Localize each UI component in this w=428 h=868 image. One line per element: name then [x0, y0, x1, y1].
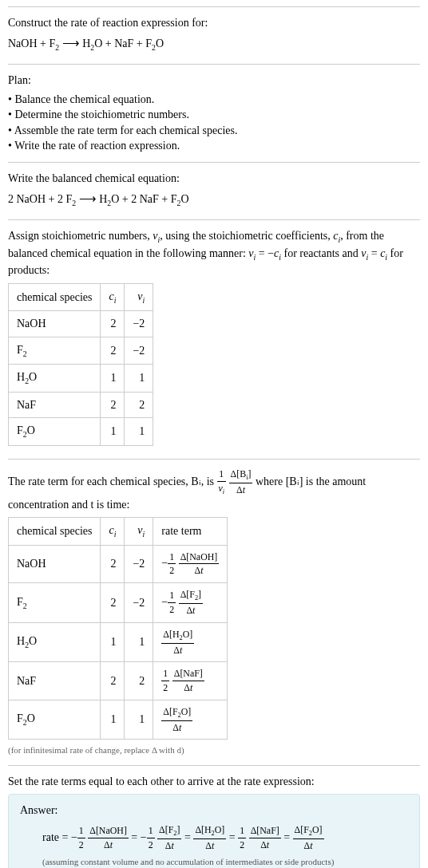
intro-section: Construct the rate of reaction expressio… — [8, 6, 420, 64]
balanced-heading: Write the balanced chemical equation: — [8, 171, 420, 187]
plan-list: Balance the chemical equation. Determine… — [8, 92, 420, 154]
table-row: F2O 1 1 Δ[F2O]Δt — [9, 700, 228, 740]
stoich-heading: Assign stoichiometric numbers, νi, using… — [8, 228, 420, 278]
table-row: NaOH 2 −2 — [9, 311, 153, 337]
cell-c: 1 — [101, 700, 125, 740]
table-row: H2O 1 1 — [9, 365, 153, 393]
cell-species: NaF — [9, 392, 101, 418]
cell-c: 1 — [101, 622, 125, 662]
cell-v: 1 — [125, 418, 153, 446]
plan-item: Determine the stoichiometric numbers. — [8, 107, 420, 123]
cell-c: 2 — [101, 392, 125, 418]
table-row: NaF 2 2 — [9, 392, 153, 418]
cell-v: 1 — [125, 700, 153, 740]
cell-species: H2O — [9, 622, 101, 662]
answer-label: Answer: — [20, 803, 408, 819]
cell-rate-term: Δ[F2O]Δt — [153, 700, 228, 740]
table-row: NaOH 2 −2 −12 Δ[NaOH]Δt — [9, 545, 228, 582]
table-row: F2O 1 1 — [9, 418, 153, 446]
table-header-row: chemical species ci νi — [9, 283, 153, 311]
assumption-note: (assuming constant volume and no accumul… — [42, 856, 408, 868]
col-species: chemical species — [9, 283, 101, 311]
cell-species: F2O — [9, 700, 101, 740]
table-row: H2O 1 1 Δ[H2O]Δt — [9, 622, 228, 662]
cell-c: 2 — [101, 311, 125, 337]
col-vi: νi — [125, 283, 153, 311]
cell-c: 2 — [101, 337, 125, 365]
cell-rate-term: Δ[H2O]Δt — [153, 622, 228, 662]
table-row: F2 2 −2 — [9, 337, 153, 365]
final-section: Set the rate terms equal to each other t… — [8, 765, 420, 868]
cell-c: 2 — [101, 662, 125, 700]
cell-v: 1 — [125, 365, 153, 393]
plan-item: Balance the chemical equation. — [8, 92, 420, 108]
cell-c: 2 — [101, 583, 125, 623]
cell-v: 1 — [125, 622, 153, 662]
table-row: F2 2 −2 −12 Δ[F2]Δt — [9, 583, 228, 623]
table-row: NaF 2 2 12 Δ[NaF]Δt — [9, 662, 228, 700]
col-rate-term: rate term — [153, 518, 228, 546]
col-species: chemical species — [9, 518, 101, 546]
cell-species: F2 — [9, 337, 101, 365]
cell-rate-term: −12 Δ[NaOH]Δt — [153, 545, 228, 582]
unbalanced-equation: NaOH + F2 ⟶ H2O + NaF + F2O — [8, 34, 420, 53]
cell-species: NaOH — [9, 311, 101, 337]
col-ci: ci — [101, 283, 125, 311]
cell-v: −2 — [125, 311, 153, 337]
cell-v: 2 — [125, 662, 153, 700]
frac-dBi-dt: Δ[Bi]Δt — [229, 468, 253, 497]
answer-box: Answer: rate = −12 Δ[NaOH]Δt = −12 Δ[F2]… — [8, 794, 420, 868]
plan-item: Assemble the rate term for each chemical… — [8, 123, 420, 139]
cell-v: 2 — [125, 392, 153, 418]
plan-heading: Plan: — [8, 73, 420, 89]
cell-species: F2 — [9, 583, 101, 623]
balanced-equation: 2 NaOH + 2 F2 ⟶ H2O + 2 NaF + F2O — [8, 190, 420, 209]
cell-c: 1 — [101, 418, 125, 446]
cell-v: −2 — [125, 583, 153, 623]
balanced-section: Write the balanced chemical equation: 2 … — [8, 162, 420, 219]
cell-species: NaF — [9, 662, 101, 700]
cell-species: H2O — [9, 365, 101, 393]
rateterm-note: (for infinitesimal rate of change, repla… — [8, 744, 420, 756]
rateterm-section: The rate term for each chemical species,… — [8, 459, 420, 765]
rateterm-heading: The rate term for each chemical species,… — [8, 468, 420, 512]
cell-species: F2O — [9, 418, 101, 446]
cell-v: −2 — [125, 545, 153, 582]
col-ci: ci — [101, 518, 125, 546]
stoich-section: Assign stoichiometric numbers, νi, using… — [8, 219, 420, 459]
cell-species: NaOH — [9, 545, 101, 582]
cell-rate-term: 12 Δ[NaF]Δt — [153, 662, 228, 700]
stoich-table: chemical species ci νi NaOH 2 −2 F2 2 −2… — [8, 283, 153, 446]
cell-c: 2 — [101, 545, 125, 582]
rate-expression: rate = −12 Δ[NaOH]Δt = −12 Δ[F2]Δt = Δ[H… — [42, 823, 408, 853]
plan-item: Write the rate of reaction expression. — [8, 138, 420, 154]
cell-rate-term: −12 Δ[F2]Δt — [153, 583, 228, 623]
cell-v: −2 — [125, 337, 153, 365]
col-vi: νi — [125, 518, 153, 546]
final-heading: Set the rate terms equal to each other t… — [8, 774, 420, 790]
intro-prompt: Construct the rate of reaction expressio… — [8, 15, 420, 31]
plan-section: Plan: Balance the chemical equation. Det… — [8, 64, 420, 162]
cell-c: 1 — [101, 365, 125, 393]
table-header-row: chemical species ci νi rate term — [9, 518, 228, 546]
frac-1-over-vi: 1νi — [217, 468, 227, 497]
rateterm-table: chemical species ci νi rate term NaOH 2 … — [8, 517, 228, 740]
